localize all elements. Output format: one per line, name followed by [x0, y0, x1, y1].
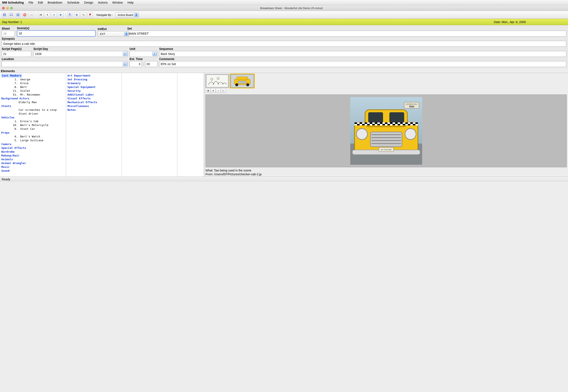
view-sheet-icon[interactable] — [2, 12, 7, 17]
element-item[interactable]: Car screeches to a stop — [1, 108, 65, 112]
element-item[interactable]: Stunt driver — [1, 112, 65, 116]
last-record-icon[interactable] — [58, 12, 64, 17]
element-item[interactable]: 9. Stunt Car — [1, 127, 65, 131]
form-view-icon[interactable] — [67, 12, 73, 17]
elements-column-2[interactable]: Art DepartmentSet DressingGreenerySpecia… — [66, 73, 122, 177]
script-day-label: Script Day — [33, 47, 127, 51]
element-category[interactable]: Notes — [68, 108, 120, 112]
element-item[interactable]: Elderly Man — [1, 100, 65, 104]
dropdown-arrow-icon[interactable]: ▼ — [123, 62, 127, 66]
svg-rect-4 — [18, 14, 19, 16]
location-input[interactable] — [2, 61, 127, 67]
view-book-icon[interactable] — [8, 12, 14, 17]
list-view-icon[interactable] — [74, 12, 80, 17]
est-time-minutes-input[interactable] — [145, 61, 157, 67]
svg-rect-25 — [368, 112, 383, 123]
thumb-first-icon[interactable] — [206, 89, 210, 93]
element-category[interactable]: Mechanical Effects — [68, 100, 120, 104]
elements-column-1[interactable]: Cast Members1. George7. Ernie8. Bert11. … — [0, 73, 66, 177]
menu-edit[interactable]: Edit — [38, 1, 43, 4]
next-record-icon[interactable] — [51, 12, 57, 17]
zoom-window-icon[interactable] — [10, 7, 13, 9]
svg-rect-28 — [355, 122, 357, 124]
prev-record-icon[interactable] — [45, 12, 50, 17]
element-item[interactable]: 4. Bert's Watch — [1, 135, 65, 139]
elements-column-3[interactable] — [122, 73, 177, 177]
view-split-icon[interactable] — [15, 12, 21, 17]
menu-design[interactable]: Design — [84, 1, 93, 4]
element-category[interactable]: Set Dressing — [68, 78, 120, 81]
day-number-label: Day Number: 1 — [2, 20, 22, 24]
element-category[interactable]: Art Department — [68, 74, 120, 78]
menu-window[interactable]: Window — [112, 1, 123, 4]
renumber-icon[interactable]: 123 — [29, 12, 34, 17]
navigate-by-select[interactable]: Active Board ▲▼ — [115, 12, 139, 17]
script-pages-input[interactable] — [2, 51, 31, 57]
element-category[interactable]: Additional Labor — [68, 93, 120, 97]
link-icon[interactable] — [81, 12, 86, 17]
element-item[interactable]: 1. George — [1, 78, 65, 81]
est-time-hours-input[interactable] — [130, 61, 142, 67]
element-category[interactable]: Wardrobe — [1, 150, 65, 154]
menu-help[interactable]: Help — [127, 1, 134, 4]
comments-input[interactable] — [159, 61, 566, 67]
svg-rect-39 — [410, 122, 413, 124]
scenes-label: Scene(s) — [17, 27, 96, 30]
scenes-input[interactable] — [17, 30, 96, 37]
element-category[interactable]: Greenery — [68, 81, 120, 85]
element-category[interactable]: Makeup/Hair — [1, 154, 65, 157]
menu-schedule[interactable]: Schedule — [67, 1, 79, 4]
element-category[interactable]: Special Effects — [1, 146, 65, 150]
element-category[interactable]: Animals — [1, 157, 65, 161]
element-category[interactable]: Vehicles — [1, 116, 65, 119]
thumb-last-icon[interactable] — [221, 89, 226, 93]
close-window-icon[interactable] — [2, 7, 5, 9]
image-caption-from: From: /Users/EP/Pictures/checker-cab-2.j… — [206, 172, 567, 176]
dropdown-arrow-icon[interactable]: ▼ — [123, 52, 127, 56]
element-item[interactable]: 11. Violet — [1, 89, 65, 93]
script-day-input[interactable] — [33, 51, 127, 57]
no-entry-icon[interactable] — [22, 12, 28, 17]
element-category[interactable]: Props — [1, 131, 65, 135]
element-item[interactable]: 1. Ernie's Cab — [1, 119, 65, 123]
element-category[interactable]: Stunts — [1, 104, 65, 108]
element-category[interactable]: Animal Wrangler — [1, 161, 65, 165]
minimize-window-icon[interactable] — [6, 7, 9, 9]
intext-select[interactable]: EXT ▲▼ — [98, 31, 129, 37]
set-input[interactable] — [127, 31, 566, 37]
elements-columns: Cast Members1. George7. Ernie8. Bert11. … — [0, 73, 204, 177]
element-category[interactable]: Sound — [1, 169, 65, 173]
element-category[interactable]: Background Actors — [1, 97, 65, 100]
elements-section-label: Elements — [0, 68, 568, 73]
thumb-next-icon[interactable] — [216, 89, 221, 93]
elements-column-4[interactable] — [177, 73, 204, 177]
flag-icon[interactable] — [87, 12, 93, 17]
svg-rect-29 — [360, 122, 362, 124]
svg-rect-53 — [370, 132, 402, 147]
element-item[interactable]: 5. Large Suitcase — [1, 139, 65, 142]
sequence-input[interactable] — [159, 51, 566, 57]
day-banner: Day Number: 1 Date: Mon., Apr. 6, 2009 — [0, 19, 568, 25]
thumb-prev-icon[interactable] — [210, 89, 216, 93]
element-item[interactable]: 8. Bert — [1, 85, 65, 89]
element-item[interactable]: 10. Bert's Motorcycle — [1, 123, 65, 127]
element-category[interactable]: Camera — [1, 142, 65, 146]
menu-file[interactable]: File — [28, 1, 33, 4]
image-preview[interactable]: NY TAXI-MP ON RADIO CALL TAXI — [206, 95, 567, 167]
synopsis-input[interactable] — [2, 41, 566, 47]
element-item[interactable]: 7. Ernie — [1, 81, 65, 85]
unit-label: Unit — [130, 47, 157, 51]
menu-breakdown[interactable]: Breakdown — [48, 1, 62, 4]
first-record-icon[interactable] — [38, 12, 43, 17]
element-category[interactable]: Miscellaneous — [68, 104, 120, 108]
element-category[interactable]: Security — [68, 89, 120, 93]
dropdown-arrow-icon[interactable]: ▼ — [152, 52, 157, 56]
thumbnail-1[interactable] — [206, 74, 229, 88]
element-category[interactable]: Music — [1, 165, 65, 169]
menu-actions[interactable]: Actions — [98, 1, 108, 4]
element-category[interactable]: Cast Members — [1, 74, 22, 78]
element-item[interactable]: 51. Mr. Reineman — [1, 93, 65, 97]
element-category[interactable]: Visual Effects — [68, 97, 120, 100]
thumbnail-2[interactable] — [230, 74, 254, 88]
element-category[interactable]: Special Equipment — [68, 85, 120, 89]
